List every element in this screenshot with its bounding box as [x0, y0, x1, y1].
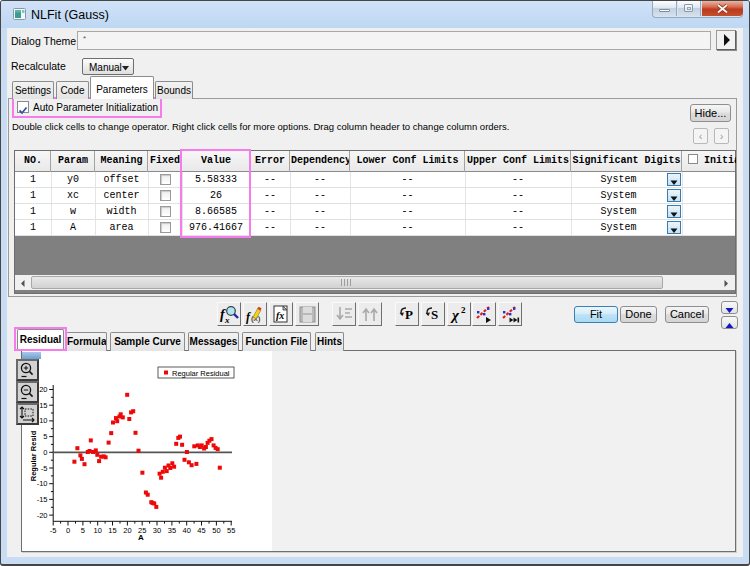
- svg-text:15: 15: [108, 526, 116, 535]
- svg-text:5: 5: [81, 526, 85, 535]
- svg-text:-5: -5: [50, 526, 57, 535]
- svg-text:Regular Resid: Regular Resid: [29, 430, 38, 481]
- svg-text:-20: -20: [37, 511, 48, 520]
- svg-text:55: 55: [227, 526, 235, 535]
- svg-text:0: 0: [66, 526, 70, 535]
- svg-text:-10: -10: [37, 479, 48, 488]
- svg-text:50: 50: [212, 526, 220, 535]
- svg-text:20: 20: [39, 385, 47, 394]
- svg-text:S: S: [431, 307, 438, 322]
- svg-text:5: 5: [43, 432, 47, 441]
- svg-text:15: 15: [39, 401, 47, 410]
- svg-text:10: 10: [39, 416, 47, 425]
- svg-text:P: P: [405, 307, 413, 322]
- svg-text:10: 10: [94, 526, 102, 535]
- svg-text:-5: -5: [41, 464, 48, 473]
- svg-text:45: 45: [197, 526, 205, 535]
- svg-text:40: 40: [183, 526, 191, 535]
- svg-text:χ: χ: [450, 307, 460, 323]
- svg-text:20: 20: [123, 526, 131, 535]
- svg-text:35: 35: [168, 526, 176, 535]
- svg-text:2: 2: [461, 305, 466, 315]
- svg-text:30: 30: [153, 526, 161, 535]
- svg-text:x: x: [224, 315, 230, 325]
- svg-text:fx: fx: [276, 310, 284, 321]
- svg-text:0: 0: [43, 448, 47, 457]
- svg-text:-15: -15: [37, 495, 48, 504]
- svg-text:A: A: [138, 533, 144, 542]
- svg-text:Regular Residual: Regular Residual: [172, 369, 230, 378]
